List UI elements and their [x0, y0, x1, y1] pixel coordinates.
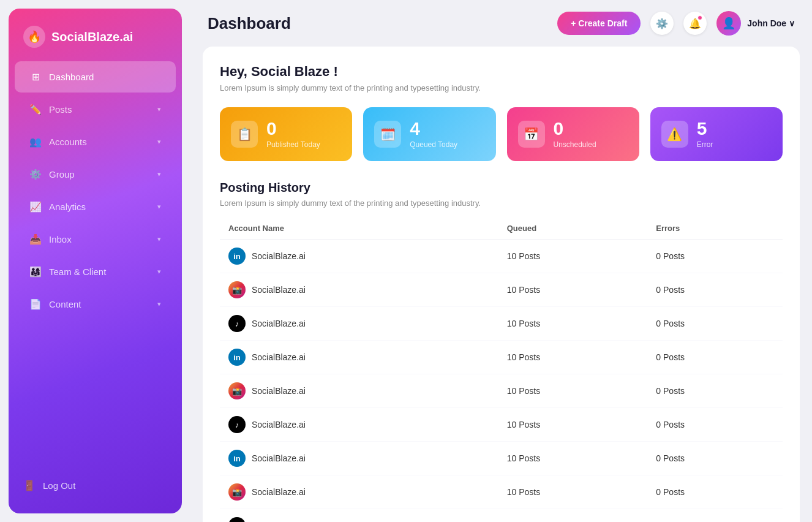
table-row: 📸 SocialBlaze.ai 10 Posts 0 Posts	[220, 475, 783, 509]
social-icon-1: 📸	[228, 281, 246, 298]
sidebar-item-dashboard[interactable]: ⊞ Dashboard	[15, 61, 176, 93]
create-draft-button[interactable]: + Create Draft	[557, 12, 641, 35]
stat-label-error: Error	[697, 140, 713, 149]
nav-item-left: ⊞ Dashboard	[29, 71, 94, 83]
page-title: Dashboard	[208, 14, 291, 33]
col-header-account-name: Account Name	[220, 218, 498, 240]
nav-item-left: ⚙️ Group	[29, 168, 75, 180]
nav-label-analytics: Analytics	[49, 202, 86, 212]
create-draft-label: + Create Draft	[571, 18, 627, 28]
account-name-5: SocialBlaze.ai	[252, 420, 306, 429]
account-cell-4: 📸 SocialBlaze.ai	[220, 374, 498, 408]
queued-cell-3: 10 Posts	[498, 341, 648, 374]
stats-grid: 📋 0 Published Today 🗓️ 4 Queued Today 📅 …	[220, 107, 783, 161]
chevron-icon: ▾	[157, 138, 161, 146]
stat-number-published: 0	[266, 119, 320, 138]
stat-number-error: 5	[697, 119, 713, 138]
avatar: 👤	[716, 11, 741, 36]
nav-icon-content: 📄	[29, 298, 42, 310]
account-cell-2: ♪ SocialBlaze.ai	[220, 307, 498, 341]
queued-cell-6: 10 Posts	[498, 442, 648, 475]
nav-label-inbox: Inbox	[49, 234, 72, 244]
account-name-6: SocialBlaze.ai	[252, 453, 306, 463]
nav-icon-team-client: 👨‍👩‍👧	[29, 266, 42, 278]
table-row: ♪ SocialBlaze.ai 10 Posts 0 Posts	[220, 509, 783, 523]
greeting-subtitle: Lorem Ipsum is simply dummy text of the …	[220, 83, 783, 93]
social-icon-0: in	[228, 248, 246, 265]
errors-cell-4: 0 Posts	[647, 374, 783, 408]
stat-icon-published: 📋	[231, 121, 258, 148]
settings-button[interactable]: ⚙️	[650, 12, 674, 35]
nav-item-left: 📈 Analytics	[29, 201, 86, 213]
stat-label-unscheduled: Unscheduled	[554, 140, 596, 149]
account-cell-5: ♪ SocialBlaze.ai	[220, 408, 498, 442]
settings-icon: ⚙️	[656, 18, 668, 29]
account-name-3: SocialBlaze.ai	[252, 352, 306, 362]
logout-icon: 🚪	[23, 480, 36, 491]
nav-item-left: ✏️ Posts	[29, 104, 72, 115]
sidebar: 🔥 SocialBlaze.ai ⊞ Dashboard ✏️ Posts ▾ …	[9, 9, 182, 513]
logout-button[interactable]: 🚪 Log Out	[9, 470, 182, 501]
social-icon-2: ♪	[228, 315, 246, 332]
account-cell-7: 📸 SocialBlaze.ai	[220, 475, 498, 509]
stat-number-queued: 4	[410, 119, 457, 138]
stat-info-queued: 4 Queued Today	[410, 119, 457, 149]
chevron-icon: ▾	[157, 203, 161, 211]
errors-cell-6: 0 Posts	[647, 442, 783, 475]
notification-dot	[697, 15, 702, 20]
account-name-7: SocialBlaze.ai	[252, 487, 306, 497]
logout-label: Log Out	[43, 480, 75, 491]
social-icon-6: in	[228, 450, 246, 467]
sidebar-item-content[interactable]: 📄 Content ▾	[15, 289, 176, 320]
logo-icon: 🔥	[23, 26, 45, 48]
account-cell-0: in SocialBlaze.ai	[220, 240, 498, 273]
sidebar-item-accounts[interactable]: 👥 Accounts ▾	[15, 126, 176, 157]
main-area: Dashboard + Create Draft ⚙️ 🔔 👤 John Doe…	[190, 0, 812, 522]
social-icon-8: ♪	[228, 517, 246, 522]
stat-number-unscheduled: 0	[554, 119, 596, 138]
sidebar-item-analytics[interactable]: 📈 Analytics ▾	[15, 191, 176, 222]
errors-cell-3: 0 Posts	[647, 341, 783, 374]
account-cell-1: 📸 SocialBlaze.ai	[220, 273, 498, 307]
errors-cell-7: 0 Posts	[647, 475, 783, 509]
errors-cell-5: 0 Posts	[647, 408, 783, 442]
stat-icon-unscheduled: 📅	[518, 121, 545, 148]
chevron-icon: ▾	[157, 268, 161, 276]
queued-cell-8: 10 Posts	[498, 509, 648, 523]
main-card: Hey, Social Blaze ! Lorem Ipsum is simpl…	[203, 47, 800, 522]
nav-label-team-client: Team & Client	[49, 267, 106, 277]
table-row: ♪ SocialBlaze.ai 10 Posts 0 Posts	[220, 408, 783, 442]
errors-cell-1: 0 Posts	[647, 273, 783, 307]
sidebar-item-posts[interactable]: ✏️ Posts ▾	[15, 94, 176, 125]
nav-label-posts: Posts	[49, 104, 72, 115]
nav-item-left: 📥 Inbox	[29, 233, 72, 245]
sidebar-item-inbox[interactable]: 📥 Inbox ▾	[15, 224, 176, 255]
errors-cell-2: 0 Posts	[647, 307, 783, 341]
posting-history-table: Account NameQueuedErrors in SocialBlaze.…	[220, 218, 783, 522]
queued-cell-7: 10 Posts	[498, 475, 648, 509]
chevron-icon: ▾	[157, 170, 161, 178]
notifications-button[interactable]: 🔔	[683, 12, 707, 35]
nav-icon-posts: ✏️	[29, 104, 42, 115]
nav-label-dashboard: Dashboard	[49, 72, 94, 82]
nav-label-accounts: Accounts	[49, 137, 87, 147]
table-row: in SocialBlaze.ai 10 Posts 0 Posts	[220, 442, 783, 475]
logo: 🔥 SocialBlaze.ai	[9, 9, 182, 60]
nav-label-group: Group	[49, 169, 75, 180]
nav-icon-dashboard: ⊞	[29, 71, 42, 83]
account-name-0: SocialBlaze.ai	[252, 251, 306, 261]
nav-icon-analytics: 📈	[29, 201, 42, 213]
sidebar-item-team-client[interactable]: 👨‍👩‍👧 Team & Client ▾	[15, 256, 176, 287]
stat-label-published: Published Today	[266, 140, 320, 149]
sidebar-item-group[interactable]: ⚙️ Group ▾	[15, 159, 176, 190]
social-icon-4: 📸	[228, 382, 246, 399]
nav-item-left: 👥 Accounts	[29, 136, 87, 148]
posting-history-title: Posting History	[220, 181, 783, 195]
account-name-2: SocialBlaze.ai	[252, 319, 306, 328]
user-profile[interactable]: 👤 John Doe ∨	[716, 11, 795, 36]
stat-icon-error: ⚠️	[661, 121, 688, 148]
chevron-icon: ▾	[157, 235, 161, 243]
nav-item-left: 📄 Content	[29, 298, 81, 310]
stat-label-queued: Queued Today	[410, 140, 457, 149]
nav-item-left: 👨‍👩‍👧 Team & Client	[29, 266, 106, 278]
